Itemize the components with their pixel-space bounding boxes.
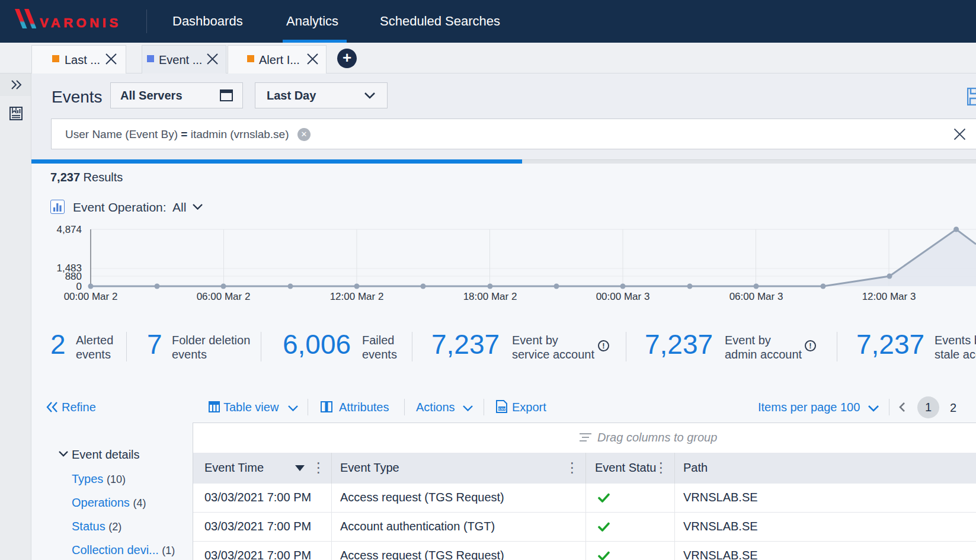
svg-text:00:00 Mar 3: 00:00 Mar 3	[596, 291, 650, 302]
svg-text:18:00 Mar 2: 18:00 Mar 2	[463, 291, 517, 302]
svg-text:CSV: CSV	[498, 407, 505, 411]
svg-text:00:00 Mar 2: 00:00 Mar 2	[64, 291, 118, 302]
svg-text:12:00 Mar 3: 12:00 Mar 3	[862, 291, 916, 302]
svg-text:06:00 Mar 2: 06:00 Mar 2	[197, 291, 251, 302]
svg-text:06:00 Mar 3: 06:00 Mar 3	[729, 291, 783, 302]
svg-text:4,874: 4,874	[56, 224, 82, 235]
svg-text:12:00 Mar 2: 12:00 Mar 2	[330, 291, 384, 302]
